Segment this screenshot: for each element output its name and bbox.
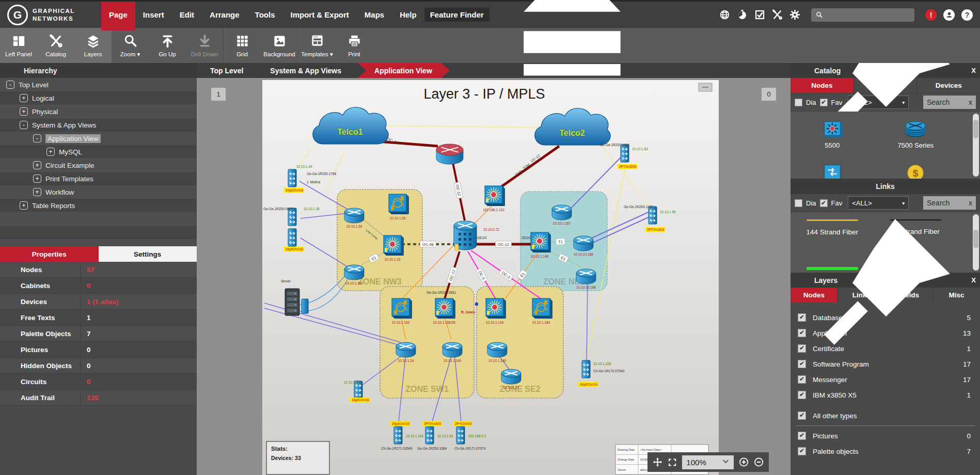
links-scrollbar[interactable]	[973, 214, 979, 271]
menu-help[interactable]: Help	[392, 2, 424, 28]
alerts-button[interactable]: !	[925, 9, 937, 21]
layer-checkbox[interactable]: ✔	[798, 447, 806, 455]
catalog-item-partial[interactable]: $	[874, 161, 957, 179]
close-icon[interactable]: X	[971, 276, 976, 284]
expand-icon[interactable]: +	[46, 148, 55, 156]
diagram-node-tower[interactable]	[288, 229, 296, 246]
diagram-node-tower[interactable]	[456, 426, 465, 444]
diagram-node-router[interactable]: 10.10.1.167	[344, 265, 364, 285]
diagram-node-router[interactable]: 10.10.1.27	[501, 369, 521, 389]
tree-item-mysql[interactable]: +MySQL	[0, 145, 197, 159]
toolbar-zoom-button[interactable]: Zoom ▾	[112, 28, 149, 63]
diagram-node-server[interactable]	[285, 289, 308, 315]
timer-icon[interactable]	[737, 9, 748, 20]
tree-item-top-level[interactable]: -Top Level	[0, 78, 197, 91]
diagram-node-tower[interactable]	[425, 426, 434, 444]
toolbar-catalog-button[interactable]: Catalog	[37, 28, 74, 63]
tools-icon[interactable]	[772, 9, 783, 20]
menu-feature-finder[interactable]: Feature Finder	[424, 8, 489, 22]
tree-item-physical[interactable]: +Physical	[0, 105, 197, 118]
globe-icon[interactable]	[719, 9, 730, 20]
layer-checkbox[interactable]: ✔	[798, 375, 806, 384]
menu-arrange[interactable]: Arrange	[202, 2, 247, 28]
diagram-node-router[interactable]: 10.10.1.140	[487, 342, 507, 362]
layer-checkbox[interactable]: ✔	[798, 360, 806, 368]
diagram-link[interactable]	[499, 146, 559, 188]
toolbar-print-button[interactable]: Print	[336, 28, 373, 63]
menu-page[interactable]: Page	[101, 2, 135, 28]
expand-icon[interactable]: +	[33, 188, 41, 196]
page-number-right[interactable]: 0	[761, 87, 777, 101]
diagram-node-tower[interactable]	[621, 145, 629, 162]
diagram-node-core[interactable]	[454, 221, 477, 250]
tab-settings[interactable]: Settings	[99, 246, 197, 262]
fullscreen-icon[interactable]	[668, 457, 677, 468]
pin-icon[interactable]	[811, 203, 966, 358]
zoom-level-select[interactable]: 100%	[682, 455, 733, 469]
catalog-scrollbar[interactable]	[973, 114, 979, 177]
expand-icon[interactable]: +	[20, 94, 28, 102]
catalog-item-5500[interactable]: 5500	[791, 118, 874, 149]
toolbar-go-up-button[interactable]: Go Up	[149, 28, 186, 63]
diagram-node-router[interactable]: 10.10.10.168	[574, 236, 593, 256]
diagram-node-tower[interactable]	[649, 207, 657, 224]
layer-checkbox[interactable]: ✔	[798, 432, 806, 440]
catalog-item-7500-series[interactable]: 7500 Series	[874, 118, 957, 149]
collapse-icon[interactable]: -	[20, 121, 28, 129]
diagram-node-mpls[interactable]: 10.10.1.148	[531, 232, 551, 258]
layer-checkbox[interactable]: ✔	[798, 344, 806, 353]
toolbar-left-panel-button[interactable]: Left Panel	[0, 28, 37, 63]
menu-import-export[interactable]: Import & Export	[282, 2, 356, 28]
catalog-dia-checkbox[interactable]	[795, 99, 802, 106]
menu-insert[interactable]: Insert	[135, 2, 172, 28]
eject-icon[interactable]	[495, 0, 650, 92]
menu-tools[interactable]: Tools	[247, 2, 283, 28]
diagram-link[interactable]	[587, 281, 588, 362]
expand-icon[interactable]: +	[20, 107, 28, 116]
diagram-node-router[interactable]: 10.10.1.140	[442, 342, 462, 362]
tab-properties[interactable]: Properties	[0, 246, 99, 262]
breadcrumb-current[interactable]: Application View	[358, 63, 450, 78]
layer-checkbox[interactable]: ✔	[798, 391, 806, 399]
zoom-out-button[interactable]	[754, 456, 764, 468]
close-icon[interactable]: X	[971, 67, 976, 74]
diagram-node-tower[interactable]	[394, 426, 402, 444]
breadcrumb-system-app-views[interactable]: System & App Views	[257, 63, 355, 78]
diagram-node-atm[interactable]: 10.10.1.163	[392, 298, 412, 324]
tree-item-workflow[interactable]: +Workflow	[0, 185, 197, 199]
diagram-node-tower[interactable]	[288, 208, 296, 226]
diagram-node-atm[interactable]: 10.10.1.184	[532, 298, 552, 324]
zoom-in-button[interactable]	[739, 456, 749, 468]
layer-checkbox[interactable]: ✔	[798, 313, 806, 322]
user-account-button[interactable]	[943, 9, 955, 21]
expand-icon[interactable]: +	[33, 161, 41, 169]
diagram-node-dot[interactable]	[475, 303, 478, 306]
layer-checkbox[interactable]: ✔	[798, 411, 806, 420]
pan-icon[interactable]	[653, 456, 662, 468]
tree-item-table-reports[interactable]: +Table Reports	[0, 199, 197, 212]
toolbar-layers-button[interactable]: Layers	[74, 28, 112, 63]
diagram-node-router[interactable]: 10.10.1.24	[396, 342, 416, 362]
menu-edit[interactable]: Edit	[172, 2, 202, 28]
toolbar-background-button[interactable]: Background	[261, 28, 298, 63]
diagram-node-router[interactable]: 10.10.1.30	[344, 208, 364, 228]
diagram-node-mpls[interactable]: 10.10.1.156/26	[433, 298, 455, 324]
diagram-node-mpls[interactable]: 192.168.1.100	[483, 186, 505, 212]
diagram-cloud-telco1[interactable]: Telco1	[313, 107, 388, 144]
expand-icon[interactable]: +	[20, 201, 28, 210]
diagram-node-redrouter[interactable]	[436, 144, 463, 164]
tree-item-print-templates[interactable]: +Print Templates	[0, 172, 197, 185]
diagram-cloud-telco2[interactable]: Telco2	[535, 108, 610, 145]
layer-checkbox[interactable]: ✔	[798, 329, 806, 337]
toolbar-grid-button[interactable]: Grid	[224, 28, 261, 63]
menu-maps[interactable]: Maps	[357, 2, 392, 28]
catalog-item-partial[interactable]	[791, 161, 874, 179]
breadcrumb-top-level[interactable]: Top Level	[197, 63, 257, 78]
diagram-node-mpls[interactable]: 10.10.1.143	[486, 298, 506, 324]
links-dia-checkbox[interactable]	[795, 199, 802, 207]
tree-item-logical[interactable]: +Logical	[0, 91, 197, 105]
diagram-node-router[interactable]: 10.10.1.167	[552, 205, 572, 225]
tasks-checkbox-icon[interactable]	[754, 9, 765, 20]
diagram-node-tower[interactable]	[582, 360, 590, 378]
collapse-icon[interactable]: -	[33, 134, 41, 142]
